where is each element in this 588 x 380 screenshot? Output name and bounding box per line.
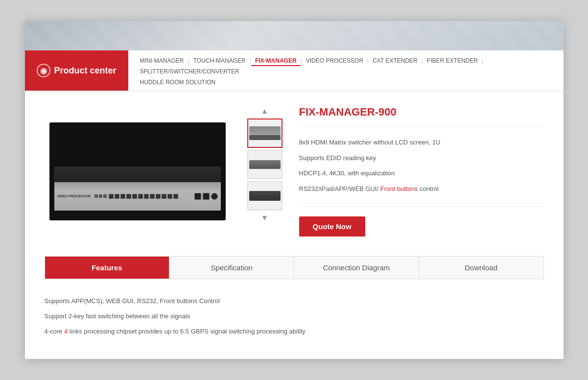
- thumbnail-1[interactable]: [247, 119, 282, 148]
- device-btn-2: [99, 194, 102, 198]
- main-product-image: VIDEO PROCESSOR: [49, 122, 226, 220]
- thumbnail-column: ▲ ▼: [245, 101, 284, 241]
- device-port-3: [120, 194, 125, 199]
- feature-link-4[interactable]: 4: [64, 328, 68, 335]
- thumb-img-3: [249, 191, 281, 201]
- chevron-up-icon: ▲: [261, 107, 269, 116]
- device-port-9: [156, 194, 161, 199]
- product-title: FIX-MANAGER-900: [299, 106, 544, 127]
- nav-video-processor[interactable]: VIDEO PROCESSOR: [302, 55, 367, 66]
- features-content: Supports APP(MCS), WEB GUI, RS232, Front…: [45, 289, 544, 344]
- main-image-area: VIDEO PROCESSOR: [45, 101, 231, 241]
- nav-container: ◉ Product center MINI-MANAGER | TOUCH-MA…: [25, 50, 564, 91]
- nav-fiber-extender[interactable]: FIBER EXTENDER: [423, 55, 482, 66]
- nav-row-1: MINI-MANAGER | TOUCH-MANAGER | FIX-MANAG…: [136, 50, 556, 77]
- nav-splitter[interactable]: SPLITTER/SWITCHER/CONVERTER: [136, 66, 243, 77]
- device-body: VIDEO PROCESSOR: [54, 166, 221, 211]
- nav-items: MINI-MANAGER | TOUCH-MANAGER | FIX-MANAG…: [128, 50, 564, 91]
- device-label: VIDEO PROCESSOR: [57, 194, 91, 198]
- front-buttons-link[interactable]: Front buttons: [380, 185, 418, 192]
- thumb-arrow-up[interactable]: ▲: [258, 106, 272, 117]
- tab-features[interactable]: Features: [45, 257, 170, 279]
- device-big-port-1: [194, 193, 201, 200]
- feature-line-3: 4-core 4 links processing chipset provid…: [45, 324, 544, 339]
- device-big-port-2: [203, 193, 210, 200]
- feature-line-2: Support 2-key fast switching between all…: [45, 309, 544, 324]
- spec-item-4: RS232/iPad/APP/WEB GUI/ Front buttons co…: [299, 181, 544, 197]
- product-center-logo: ◉ Product center: [25, 50, 128, 91]
- tab-specification[interactable]: Specification: [169, 257, 294, 279]
- spec-item-1: 9x9 HDMI Matrix switcher without LCD scr…: [299, 135, 544, 150]
- nav-cat-extender[interactable]: CAT EXTENDER: [369, 55, 422, 66]
- main-content: VIDEO PROCESSOR: [25, 91, 564, 358]
- spec-item-2: Supports EDID reading key: [299, 150, 544, 166]
- header-banner: [25, 21, 564, 50]
- device-port-2: [115, 194, 119, 199]
- thumb-img-1: [249, 126, 281, 140]
- nav-sep-6: |: [482, 57, 483, 64]
- spec-item-3: HDCP1.4, 4K30, with equalization: [299, 166, 544, 181]
- tab-connection-diagram[interactable]: Connection Diagram: [294, 257, 419, 279]
- page-wrapper: ◉ Product center MINI-MANAGER | TOUCH-MA…: [25, 21, 564, 358]
- tabs-bar: Features Specification Connection Diagra…: [45, 256, 544, 279]
- device-port-11: [167, 194, 172, 199]
- device-port-1: [109, 194, 114, 199]
- tab-download[interactable]: Download: [419, 257, 543, 279]
- device-top: [54, 166, 221, 182]
- device-port-5: [132, 194, 137, 199]
- logo-text: Product center: [54, 66, 117, 76]
- nav-row-2: HUDDLE ROOM SOLUTION: [136, 77, 556, 91]
- product-specs: 9x9 HDMI Matrix switcher without LCD scr…: [299, 135, 544, 207]
- chevron-down-icon: ▼: [261, 214, 269, 222]
- device-port-6: [138, 194, 143, 199]
- device-front: VIDEO PROCESSOR: [54, 182, 221, 211]
- logo-symbol: ◉: [40, 66, 47, 75]
- device-end-ports: [194, 193, 218, 200]
- device-btn-1: [94, 194, 98, 198]
- device-port-12: [173, 194, 178, 199]
- device-port-10: [162, 194, 166, 199]
- nav-fix-manager[interactable]: FIX-MANAGER: [251, 55, 301, 66]
- product-section: VIDEO PROCESSOR: [45, 101, 544, 241]
- device-port-8: [150, 194, 155, 199]
- nav-mini-manager[interactable]: MINI-MANAGER: [136, 55, 188, 66]
- thumb-arrow-down[interactable]: ▼: [258, 213, 272, 223]
- device-port-4: [126, 194, 131, 199]
- logo-icon: ◉: [37, 64, 50, 77]
- device-port-7: [144, 194, 149, 199]
- quote-now-button[interactable]: Quote Now: [299, 216, 365, 237]
- thumbnail-3[interactable]: [247, 181, 282, 211]
- thumbnail-2[interactable]: [247, 150, 282, 179]
- thumb-img-2: [249, 160, 281, 169]
- product-info: FIX-MANAGER-900 9x9 HDMI Matrix switcher…: [299, 101, 544, 241]
- device-btn-3: [103, 194, 107, 198]
- device-ports-row: [109, 194, 192, 199]
- feature-line-1: Supports APP(MCS), WEB GUI, RS232, Front…: [45, 294, 544, 309]
- nav-touch-manager[interactable]: TOUCH-MANAGER: [189, 55, 250, 66]
- device-buttons: [94, 194, 107, 198]
- nav-huddle-room[interactable]: HUDDLE ROOM SOLUTION: [136, 77, 220, 88]
- device-round-port: [211, 193, 218, 200]
